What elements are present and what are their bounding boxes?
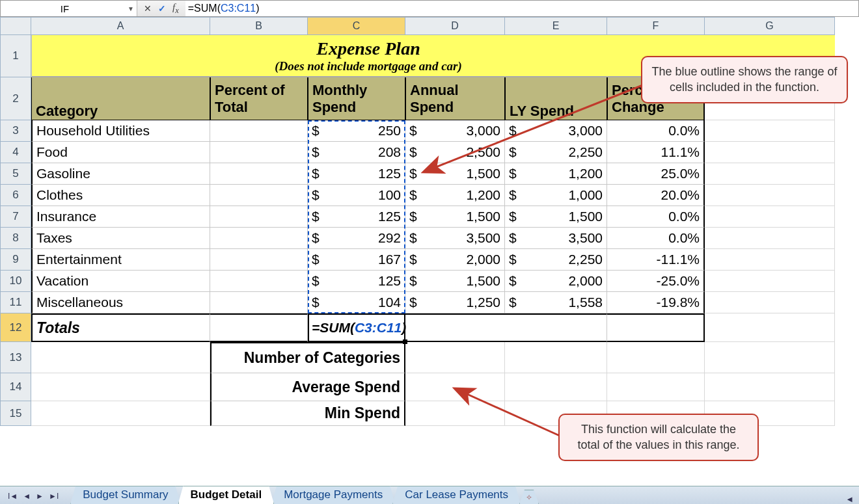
cell-B9[interactable] [210, 249, 308, 271]
row-header-13[interactable]: 13 [0, 342, 31, 373]
cell-G3[interactable] [705, 120, 835, 142]
cell-category-3[interactable]: Household Utilities [31, 120, 210, 142]
cell-B11[interactable] [210, 292, 308, 313]
cell-D15[interactable] [405, 401, 505, 426]
cell-C3[interactable]: $250 [308, 120, 405, 142]
tab-nav-next-icon[interactable]: ► [34, 490, 45, 502]
header-ly-spend[interactable]: LY Spend [505, 77, 607, 120]
select-all-corner[interactable] [0, 17, 31, 35]
cell-F4[interactable]: 11.1% [607, 142, 705, 163]
summary-label-14[interactable]: Average Spend [210, 373, 405, 401]
row-header-12[interactable]: 12 [0, 313, 31, 342]
cell-A13[interactable] [31, 342, 210, 373]
cell-D11[interactable]: $1,250 [405, 292, 505, 313]
cell-G9[interactable] [705, 249, 835, 271]
row-header-6[interactable]: 6 [0, 185, 31, 206]
cell-category-5[interactable]: Gasoline [31, 163, 210, 185]
cell-E6[interactable]: $1,000 [505, 185, 607, 206]
cell-G4[interactable] [705, 142, 835, 163]
cell-C6[interactable]: $100 [308, 185, 405, 206]
cell-E11[interactable]: $1,558 [505, 292, 607, 313]
cell-E5[interactable]: $1,200 [505, 163, 607, 185]
col-header-A[interactable]: A [31, 17, 210, 35]
cell-E8[interactable]: $3,500 [505, 228, 607, 249]
cell-C8[interactable]: $292 [308, 228, 405, 249]
cell-G14[interactable] [705, 373, 835, 401]
header-percent-total[interactable]: Percent ofTotal [210, 77, 308, 120]
row-header-11[interactable]: 11 [0, 292, 31, 313]
tab-nav-prev-icon[interactable]: ◄ [21, 490, 32, 502]
cell-category-6[interactable]: Clothes [31, 185, 210, 206]
cell-G12[interactable] [705, 313, 835, 342]
cell-E13[interactable] [505, 342, 607, 373]
cell-category-8[interactable]: Taxes [31, 228, 210, 249]
hscroll-left-icon[interactable]: ◄ [845, 494, 859, 504]
cell-E4[interactable]: $2,250 [505, 142, 607, 163]
fx-icon[interactable]: fx [172, 2, 179, 16]
row-header-2[interactable]: 2 [0, 77, 31, 120]
cell-G5[interactable] [705, 163, 835, 185]
sheet-tab-car-lease-payments[interactable]: Car Lease Payments [392, 486, 521, 504]
formula-input[interactable]: =SUM(C3:C11) [185, 1, 858, 16]
cell-C10[interactable]: $125 [308, 271, 405, 292]
cell-C9[interactable]: $167 [308, 249, 405, 271]
cell-category-11[interactable]: Miscellaneous [31, 292, 210, 313]
cell-A15[interactable] [31, 401, 210, 426]
cell-B3[interactable] [210, 120, 308, 142]
cell-E10[interactable]: $2,000 [505, 271, 607, 292]
cell-D9[interactable]: $2,000 [405, 249, 505, 271]
cell-D7[interactable]: $1,500 [405, 206, 505, 228]
cell-D10[interactable]: $1,500 [405, 271, 505, 292]
cell-E9[interactable]: $2,250 [505, 249, 607, 271]
row-header-10[interactable]: 10 [0, 271, 31, 292]
col-header-C[interactable]: C [308, 17, 405, 35]
header-monthly-spend[interactable]: MonthlySpend [308, 77, 405, 120]
cell-D13[interactable] [405, 342, 505, 373]
sheet-tab-mortgage-payments[interactable]: Mortgage Payments [271, 486, 395, 504]
cell-F12[interactable] [607, 313, 705, 342]
title-merged[interactable]: Expense Plan(Does not include mortgage a… [31, 35, 705, 77]
cell-F14[interactable] [607, 373, 705, 401]
col-header-D[interactable]: D [405, 17, 505, 35]
cell-D5[interactable]: $1,500 [405, 163, 505, 185]
enter-icon[interactable]: ✓ [158, 3, 166, 14]
cell-B10[interactable] [210, 271, 308, 292]
cell-G13[interactable] [705, 342, 835, 373]
cell-B7[interactable] [210, 206, 308, 228]
row-header-14[interactable]: 14 [0, 373, 31, 401]
cell-category-4[interactable]: Food [31, 142, 210, 163]
summary-label-15[interactable]: Min Spend [210, 401, 405, 426]
row-header-5[interactable]: 5 [0, 163, 31, 185]
row-header-9[interactable]: 9 [0, 249, 31, 271]
cell-F10[interactable]: -25.0% [607, 271, 705, 292]
header-category[interactable]: Category [31, 77, 210, 120]
cell-C12-editing[interactable]: =SUM(C3:C11) [308, 313, 505, 342]
cell-G10[interactable] [705, 271, 835, 292]
cell-D3[interactable]: $3,000 [405, 120, 505, 142]
cell-F5[interactable]: 25.0% [607, 163, 705, 185]
cell-B6[interactable] [210, 185, 308, 206]
summary-label-13[interactable]: Number of Categories [210, 342, 405, 373]
row-header-7[interactable]: 7 [0, 206, 31, 228]
cell-A14[interactable] [31, 373, 210, 401]
cell-B8[interactable] [210, 228, 308, 249]
cell-B12[interactable] [210, 313, 308, 342]
cell-C4[interactable]: $208 [308, 142, 405, 163]
sheet-tab-budget-summary[interactable]: Budget Summary [70, 486, 180, 504]
cell-category-10[interactable]: Vacation [31, 271, 210, 292]
cell-F3[interactable]: 0.0% [607, 120, 705, 142]
row-header-1[interactable]: 1 [0, 35, 31, 77]
cell-F13[interactable] [607, 342, 705, 373]
cell-totals-label[interactable]: Totals [31, 313, 210, 342]
cell-category-7[interactable]: Insurance [31, 206, 210, 228]
cell-G11[interactable] [705, 292, 835, 313]
name-box[interactable]: IF ▼ [1, 1, 137, 16]
tab-nav-first-icon[interactable]: I◄ [7, 490, 19, 502]
cell-F9[interactable]: -11.1% [607, 249, 705, 271]
cell-E12[interactable] [505, 313, 607, 342]
sheet-tab-budget-detail[interactable]: Budget Detail [178, 486, 275, 504]
cell-E3[interactable]: $3,000 [505, 120, 607, 142]
cell-F11[interactable]: -19.8% [607, 292, 705, 313]
cell-F7[interactable]: 0.0% [607, 206, 705, 228]
col-header-B[interactable]: B [210, 17, 308, 35]
